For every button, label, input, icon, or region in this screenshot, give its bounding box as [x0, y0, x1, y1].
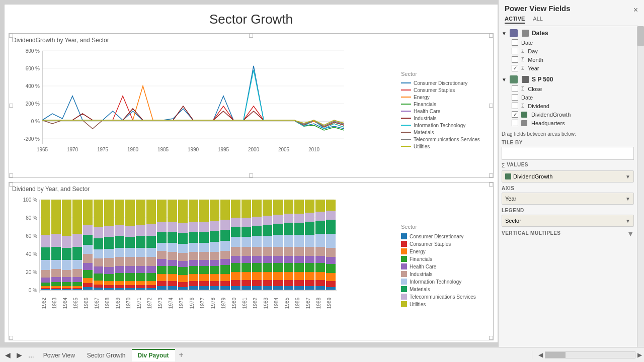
horizontal-scrollbar[interactable] [545, 351, 635, 358]
bar-chart-title: Dividend by Year, and Sector [12, 186, 490, 193]
svg-rect-157 [168, 200, 177, 222]
svg-rect-273 [284, 263, 293, 272]
svg-rect-95 [94, 285, 103, 288]
svg-rect-259 [273, 224, 283, 235]
svg-rect-221 [231, 247, 240, 256]
field-sp-date-checkbox[interactable] [512, 94, 518, 101]
resize-mid-left[interactable] [9, 104, 13, 108]
legend-pill[interactable]: Sector ▼ [502, 215, 634, 227]
tab-next-button[interactable]: ▶ [14, 351, 25, 359]
values-pill-icon [505, 173, 511, 179]
tab-prev-button[interactable]: ◀ [2, 351, 14, 359]
field-month-label: Month [528, 57, 543, 63]
svg-rect-206 [210, 286, 219, 290]
vertical-multiples-expand[interactable]: ▼ [627, 230, 634, 238]
tile-by-section: TILE BY [502, 140, 634, 160]
tab-all[interactable]: ALL [533, 16, 543, 24]
field-headquarters-checkbox[interactable] [512, 120, 518, 126]
svg-rect-185 [189, 281, 198, 286]
resize-mid-right[interactable] [489, 104, 493, 108]
svg-rect-181 [189, 252, 198, 260]
scroll-right-button[interactable]: ▶ [637, 351, 642, 358]
line-chart-svg: 800 % 600 % 400 % 200 % 0 % -200 % 1965 … [12, 46, 397, 156]
axis-pill-arrow[interactable]: ▼ [625, 196, 630, 202]
svg-rect-127 [136, 200, 145, 225]
svg-rect-57 [62, 200, 71, 236]
svg-rect-184 [189, 274, 198, 281]
resize-tr[interactable] [489, 34, 493, 38]
axis-pill[interactable]: Year ▼ [502, 193, 634, 205]
svg-rect-243 [252, 263, 262, 272]
resize-bar-bl[interactable] [9, 336, 13, 340]
bar-legend-cs: Consumer Staples [401, 241, 486, 247]
field-day-checkbox[interactable] [512, 48, 518, 54]
svg-rect-302 [315, 256, 325, 263]
values-pill[interactable]: DividendGrowth ▼ [502, 170, 634, 183]
svg-rect-173 [178, 267, 188, 275]
svg-rect-52 [51, 277, 61, 282]
svg-rect-303 [315, 263, 325, 272]
tab-sector-growth[interactable]: Sector Growth [81, 349, 132, 361]
svg-rect-85 [83, 283, 93, 287]
svg-rect-155 [157, 281, 167, 286]
field-date-checkbox[interactable] [512, 39, 518, 46]
svg-rect-126 [125, 288, 135, 290]
svg-text:80 %: 80 % [26, 215, 37, 221]
field-dividend-checkbox[interactable] [512, 103, 518, 109]
svg-rect-186 [189, 286, 198, 290]
svg-rect-285 [294, 280, 304, 286]
field-dividendgrowth-checkbox[interactable] [512, 111, 518, 118]
field-month-checkbox[interactable] [512, 56, 518, 63]
legend-item-hc: Health Care [401, 109, 486, 114]
tab-div-payout[interactable]: Div Payout [132, 349, 175, 361]
resize-br[interactable] [489, 173, 493, 177]
svg-rect-175 [178, 282, 188, 287]
field-close-checkbox[interactable] [512, 85, 518, 92]
tab-more-button[interactable]: ... [25, 351, 37, 359]
svg-rect-229 [242, 227, 251, 237]
svg-rect-158 [168, 222, 177, 232]
resize-bar-br[interactable] [489, 336, 493, 340]
resize-bl[interactable] [9, 173, 13, 177]
tab-power-view[interactable]: Power View [37, 349, 81, 361]
field-year-checkbox[interactable] [512, 65, 518, 71]
svg-rect-245 [252, 280, 262, 286]
scroll-left-button[interactable]: ◀ [538, 351, 543, 358]
svg-rect-233 [242, 263, 251, 272]
field-group-dates-header[interactable]: ▼ Dates [502, 28, 634, 38]
svg-rect-235 [242, 280, 251, 286]
vertical-multiples-label: VERTICAL MULTIPLES [502, 230, 561, 236]
panel-scrollbar[interactable] [637, 26, 644, 347]
svg-rect-154 [157, 274, 167, 281]
svg-rect-68 [72, 234, 82, 247]
svg-rect-164 [168, 274, 177, 281]
bar-chart-legend: Sector Consumer Discretionary Consumer S… [397, 195, 490, 337]
resize-bar-tr[interactable] [489, 183, 493, 187]
svg-rect-209 [220, 230, 230, 241]
svg-rect-282 [294, 256, 304, 263]
chart-title: Sector Growth [5, 5, 498, 31]
svg-rect-84 [83, 278, 93, 283]
legend-label: LEGEND [502, 208, 634, 213]
field-group-sp500-header[interactable]: ▼ S P 500 [502, 74, 634, 84]
resize-tl[interactable] [9, 34, 13, 38]
svg-rect-60 [62, 260, 71, 270]
svg-rect-279 [294, 223, 304, 235]
tile-by-dropbox[interactable] [502, 147, 634, 160]
field-date: Date [502, 38, 634, 47]
legend-pill-arrow[interactable]: ▼ [625, 218, 630, 224]
resize-mid-bottom[interactable] [249, 173, 253, 177]
svg-text:1986: 1986 [295, 297, 300, 309]
svg-rect-223 [231, 263, 240, 272]
tab-add-button[interactable]: + [175, 348, 188, 361]
panel-title: Power View Fields [505, 4, 571, 13]
tab-active[interactable]: ACTIVE [505, 16, 525, 24]
svg-rect-131 [136, 257, 145, 266]
resize-bar-tl[interactable] [9, 183, 13, 187]
resize-mid-top[interactable] [249, 34, 253, 38]
panel-close-button[interactable]: × [633, 6, 638, 15]
values-pill-arrow[interactable]: ▼ [625, 174, 630, 179]
legend-section: LEGEND Sector ▼ [502, 208, 634, 227]
svg-rect-241 [252, 247, 262, 256]
svg-rect-170 [178, 244, 188, 253]
